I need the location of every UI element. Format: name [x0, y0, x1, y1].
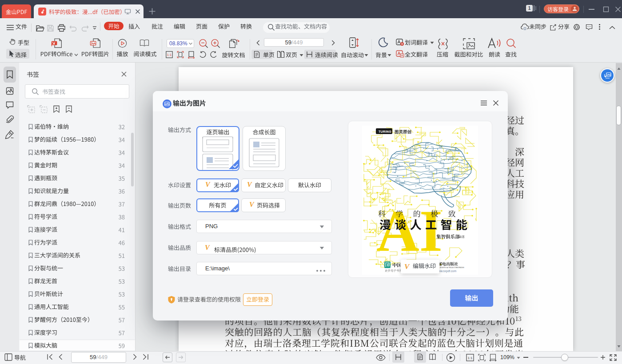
svg-text:1:1: 1:1	[167, 53, 172, 57]
svg-text:1:1: 1:1	[467, 356, 473, 360]
